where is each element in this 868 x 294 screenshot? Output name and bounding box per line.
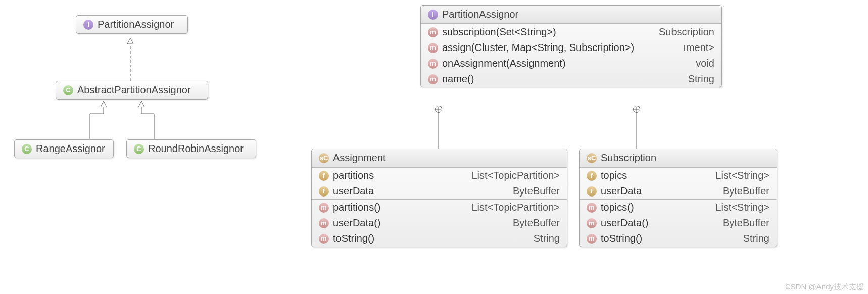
class-name: PartitionAssignor (98, 19, 174, 30)
method-sig: userData() (333, 217, 380, 229)
method-ret: List<TopicPartition> (462, 202, 560, 213)
field-sig: partitions (333, 170, 374, 181)
methods-section: msubscription(Set<String>)Subscription m… (421, 24, 721, 87)
field-ret: ByteBuffer (504, 185, 560, 197)
methods-section: mpartitions()List<TopicPartition> muserD… (312, 199, 567, 247)
method-icon: m (587, 218, 597, 228)
diagram-canvas: I PartitionAssignor C AbstractPartitionA… (0, 0, 868, 294)
class-name: AbstractPartitionAssignor (77, 84, 191, 96)
static-class-icon: sC (587, 153, 597, 163)
method-ret: ıment> (674, 42, 714, 54)
method-row: mpartitions()List<TopicPartition> (312, 200, 567, 215)
method-row: mtopics()List<String> (580, 200, 777, 215)
method-row: mtoString()String (312, 231, 567, 247)
node-roundrobinassignor[interactable]: C RoundRobinAssignor (126, 139, 256, 158)
field-ret: List<String> (706, 170, 769, 181)
field-ret: List<TopicPartition> (462, 170, 560, 181)
field-icon: f (319, 171, 329, 181)
method-icon: m (428, 74, 438, 84)
method-row: muserData()ByteBuffer (312, 215, 567, 231)
field-row: ftopicsList<String> (580, 168, 777, 183)
method-ret: List<String> (706, 202, 769, 213)
method-row: mname()String (421, 71, 721, 87)
fields-section: fpartitionsList<TopicPartition> fuserDat… (312, 167, 567, 199)
method-sig: topics() (601, 202, 634, 213)
field-sig: userData (601, 185, 642, 197)
method-sig: userData() (601, 217, 648, 229)
method-icon: m (319, 218, 329, 228)
class-icon: C (22, 144, 32, 154)
node-partitionassignor-interface[interactable]: I PartitionAssignor (76, 15, 188, 34)
method-ret: void (687, 58, 714, 69)
method-row: massign(Cluster, Map<String, Subscriptio… (421, 40, 721, 56)
field-icon: f (587, 171, 597, 181)
method-sig: onAssignment(Assignment) (442, 58, 566, 69)
method-row: msubscription(Set<String>)Subscription (421, 24, 721, 40)
class-name: RoundRobinAssignor (148, 143, 244, 155)
method-ret: String (524, 233, 560, 244)
node-partitionassignor-detail[interactable]: I PartitionAssignor msubscription(Set<St… (420, 5, 722, 87)
field-sig: userData (333, 185, 374, 197)
method-icon: m (587, 203, 597, 213)
method-sig: subscription(Set<String>) (442, 26, 556, 38)
field-icon: f (587, 186, 597, 197)
method-sig: toString() (601, 233, 642, 244)
class-name: Assignment (333, 152, 386, 164)
field-row: fuserDataByteBuffer (580, 183, 777, 199)
class-icon: C (134, 144, 144, 154)
field-icon: f (319, 186, 329, 197)
field-sig: topics (601, 170, 627, 181)
method-sig: assign(Cluster, Map<String, Subscription… (442, 42, 634, 54)
methods-section: mtopics()List<String> muserData()ByteBuf… (580, 199, 777, 247)
method-ret: ByteBuffer (504, 217, 560, 229)
class-name: RangeAssignor (36, 143, 105, 155)
method-icon: m (428, 43, 438, 53)
method-ret: String (734, 233, 769, 244)
method-row: mtoString()String (580, 231, 777, 247)
field-row: fuserDataByteBuffer (312, 183, 567, 199)
method-ret: ByteBuffer (713, 217, 769, 229)
method-ret: Subscription (650, 26, 714, 38)
method-icon: m (319, 234, 329, 244)
method-row: muserData()ByteBuffer (580, 215, 777, 231)
static-class-icon: sC (319, 153, 329, 163)
field-ret: ByteBuffer (713, 185, 769, 197)
node-subscription[interactable]: sC Subscription ftopicsList<String> fuse… (579, 149, 777, 247)
method-sig: toString() (333, 233, 374, 244)
method-sig: partitions() (333, 202, 380, 213)
class-name: PartitionAssignor (442, 9, 518, 20)
class-name: Subscription (601, 152, 656, 164)
node-rangeassignor[interactable]: C RangeAssignor (14, 139, 114, 158)
interface-icon: I (83, 20, 93, 30)
method-icon: m (319, 203, 329, 213)
method-icon: m (428, 59, 438, 69)
method-icon: m (587, 234, 597, 244)
method-icon: m (428, 27, 438, 37)
method-ret: String (679, 73, 714, 85)
class-icon: C (63, 85, 73, 95)
watermark: CSDN @Andy技术支援 (785, 282, 864, 292)
method-sig: name() (442, 73, 474, 85)
node-abstractpartitionassignor[interactable]: C AbstractPartitionAssignor (56, 81, 208, 100)
field-row: fpartitionsList<TopicPartition> (312, 168, 567, 183)
node-assignment[interactable]: sC Assignment fpartitionsList<TopicParti… (311, 149, 567, 247)
interface-icon: I (428, 10, 438, 20)
method-row: monAssignment(Assignment)void (421, 56, 721, 71)
fields-section: ftopicsList<String> fuserDataByteBuffer (580, 167, 777, 199)
